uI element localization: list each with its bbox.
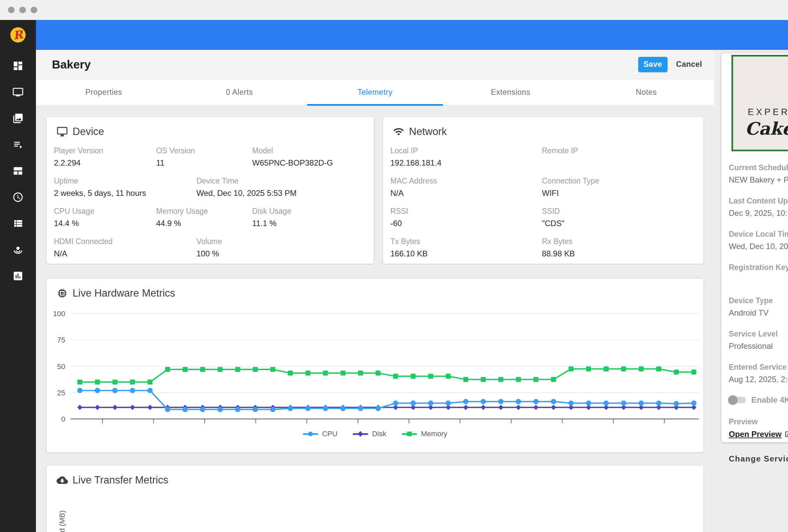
data-point-disk (113, 405, 118, 410)
panel-field-registration-key: Registration Key (729, 263, 788, 284)
data-point-cpu (147, 388, 153, 393)
data-point-cpu (200, 407, 205, 412)
change-service-level-button[interactable]: Change Service L (729, 454, 788, 464)
data-point-disk (95, 405, 100, 410)
sidebar-item-remote-control[interactable] (0, 237, 36, 263)
save-button[interactable]: Save (638, 57, 668, 72)
data-point-cpu (323, 406, 328, 411)
window-controls[interactable] (8, 7, 37, 13)
field-player-version: Player Version2.2.294 (54, 146, 156, 168)
page-header: Bakery Save Cancel (36, 50, 714, 79)
field-label: Local IP (390, 146, 542, 155)
data-point-memory (656, 366, 661, 371)
chart-series-memory (78, 366, 696, 385)
data-point-disk (516, 405, 521, 410)
panel-field-label: Entered Service (729, 363, 787, 372)
data-point-cpu (428, 400, 433, 406)
panel-field-current-schedule: Current ScheduleNEW Bakery + Perso (729, 163, 788, 185)
data-point-memory (253, 367, 258, 372)
field-value: N/A (54, 249, 196, 258)
reports-icon (12, 218, 24, 229)
sidebar-item-media-library[interactable] (0, 105, 36, 131)
data-point-cpu (586, 400, 591, 406)
panel-field-value: NEW Bakery + Perso (729, 175, 788, 185)
open-preview-link-text: Open Preview (729, 430, 782, 439)
data-point-memory (428, 374, 433, 379)
data-point-cpu (656, 400, 662, 406)
field-ssid: SSID"CDS" (542, 207, 694, 228)
field-connection-type: Connection TypeWIFI (542, 177, 694, 198)
field-disk-usage: Disk Usage11.1 % (252, 207, 364, 228)
field-label: Device Time (196, 177, 364, 186)
field-hdmi-connected: HDMI ConnectedN/A (54, 237, 196, 258)
window-dot-1[interactable] (8, 7, 15, 13)
data-point-memory (691, 369, 696, 374)
legend-item-cpu[interactable]: CPU (303, 430, 337, 438)
field-value: 2 weeks, 5 days, 11 hours (54, 188, 196, 198)
tab-label: Properties (85, 88, 122, 97)
hardware-chart: 0255075100 (50, 303, 704, 429)
sidebar-item-dashboard[interactable] (0, 53, 36, 79)
data-point-cpu (551, 399, 556, 404)
legend-item-memory[interactable]: Memory (402, 430, 447, 438)
sidebar-item-layouts[interactable] (0, 158, 36, 184)
panel-field-label: Service Level (729, 329, 778, 339)
main-content: Bakery Save Cancel Properties0 AlertsTel… (36, 50, 714, 532)
field-row: Uptime2 weeks, 5 days, 11 hoursDevice Ti… (54, 177, 364, 198)
preview-section-label: Preview (729, 417, 788, 426)
sidebar-item-playlists[interactable] (0, 131, 36, 158)
app-logo-letter: R (13, 28, 24, 41)
window-dot-2[interactable] (19, 7, 26, 13)
field-value: 14.4 % (54, 219, 156, 228)
enable-4k-label: Enable 4K/UH (751, 395, 788, 405)
sidebar-item-reports[interactable] (0, 210, 36, 237)
y-axis-tick-label: 75 (57, 336, 65, 344)
data-point-disk (533, 405, 539, 410)
app-logo[interactable]: R (10, 27, 26, 43)
sidebar-item-analytics[interactable] (0, 263, 36, 289)
legend-marker-circle-icon (303, 431, 318, 437)
field-value: 100 % (196, 249, 364, 258)
panel-field-label: Registration Key (729, 263, 788, 272)
data-point-cpu (516, 399, 521, 404)
data-point-memory (306, 371, 311, 376)
external-link-icon (784, 431, 788, 438)
preview-thumbnail[interactable]: EXPERT Cake (731, 55, 788, 151)
data-point-cpu (393, 400, 398, 406)
field-value: Wed, Dec 10, 2025 5:53 PM (196, 188, 364, 198)
layouts-icon (12, 165, 24, 177)
hardware-metrics-card: Live Hardware Metrics 0255075100 CPUDisk… (46, 279, 704, 452)
panel-field-value: Dec 9, 2025, 10:16:3 (729, 208, 788, 218)
chart-legend: CPUDiskMemory (46, 430, 704, 438)
data-point-cpu (95, 388, 100, 393)
media-library-icon (12, 113, 24, 124)
data-point-memory (604, 366, 609, 371)
window-titlebar (0, 0, 788, 20)
field-value: 2.2.294 (54, 158, 156, 168)
panel-fields: Current ScheduleNEW Bakery + PersoLast C… (729, 163, 788, 384)
field-rx-bytes: Rx Bytes88.98 KB (542, 237, 694, 258)
tab-properties[interactable]: Properties (36, 79, 172, 105)
cancel-button[interactable]: Cancel (676, 60, 702, 69)
tab-telemetry[interactable]: Telemetry (307, 79, 443, 105)
tab-extensions[interactable]: Extensions (443, 79, 579, 105)
data-point-cpu (673, 401, 679, 406)
data-point-cpu (480, 399, 486, 404)
field-label: Connection Type (542, 177, 694, 186)
tab-notes[interactable]: Notes (578, 79, 714, 105)
window-dot-3[interactable] (31, 7, 37, 13)
y-axis-tick-label: 0 (61, 415, 65, 423)
field-label: RSSI (390, 207, 542, 216)
field-label: Uptime (54, 177, 196, 186)
sidebar-item-schedules[interactable] (0, 184, 36, 210)
open-preview-link[interactable]: Open Preview (729, 430, 788, 439)
sidebar-item-screens[interactable] (0, 79, 36, 105)
tab-0-alerts[interactable]: 0 Alerts (172, 79, 308, 105)
field-label: Memory Usage (156, 207, 252, 216)
playlists-icon (12, 139, 24, 150)
tab-label: 0 Alerts (226, 88, 253, 97)
enable-4k-toggle[interactable] (729, 397, 746, 403)
data-point-cpu (165, 407, 170, 412)
legend-item-disk[interactable]: Disk (353, 430, 386, 438)
data-point-memory (78, 380, 82, 385)
